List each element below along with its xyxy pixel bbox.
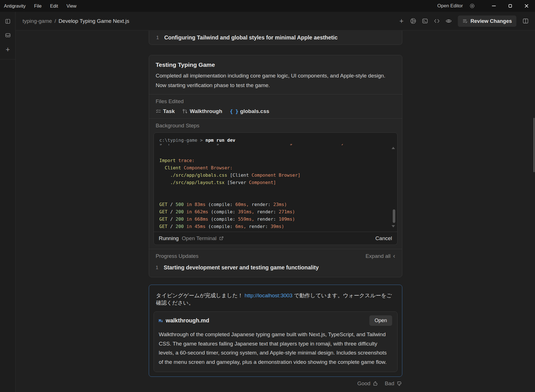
task-card-description: Completed all implementation including c… [156,71,395,90]
bad-feedback-button[interactable]: Bad [385,380,402,387]
file-chip-label: globals.css [240,108,269,114]
breadcrumb-task-title[interactable]: Develop Typing Game Next.js [59,18,129,24]
good-feedback-button[interactable]: Good [357,380,378,387]
titlebar: Antigravity File Edit View Open Editor [0,0,535,12]
markdown-icon: M↓ [159,318,163,323]
menu-view[interactable]: View [62,3,81,9]
code-icon[interactable] [432,16,442,26]
background-steps-label: Background Steps [156,123,395,129]
window-scrollbar-thumb[interactable] [533,118,535,172]
conversation-panel: 1 Configuring Tailwind and global styles… [16,31,535,392]
divider [149,94,402,94]
task-card: Testing Typing Game Completed all implem… [149,55,402,277]
file-chip-label: Task [163,108,175,114]
localhost-link[interactable]: http://localhost:3003 [245,293,292,298]
open-artifact-button[interactable]: Open [369,315,392,326]
files-edited-label: Files Edited [156,98,395,105]
scroll-down-arrow-icon[interactable] [392,225,395,227]
menu-file[interactable]: File [30,3,46,9]
split-editor-icon[interactable] [520,16,530,26]
task-card-title: Testing Typing Game [156,61,395,68]
terminal-scrollbar-thumb[interactable] [393,209,395,223]
add-tab-button[interactable]: + [396,16,407,26]
expand-all-button[interactable]: Expand all ‹ [365,253,395,259]
gear-icon[interactable] [469,3,475,9]
artifact-summary: Walkthrough of the completed Japanese ty… [159,330,392,367]
terminal-prompt [197,138,200,143]
maximize-button[interactable] [506,2,514,10]
file-chip-label: Walkthrough [190,108,222,114]
agent-message-card: タイピングゲームが完成しました！ http://localhost:3003 で… [149,285,402,377]
divider [149,118,402,119]
minimize-button[interactable] [490,2,498,10]
conversation-header: typing-game / Develop Typing Game Next.j… [16,12,535,30]
activity-rail: + [0,12,15,392]
terminal-command-line: c:\typing-game > npm run dev [159,136,392,144]
feedback-row: Good Bad [149,380,402,387]
terminal-output: Import trace: Client Component Browser: … [159,150,392,230]
step-number: 1 [156,265,158,271]
terminal-cwd: c:\typing-game [159,138,197,143]
step-title: Starting development server and testing … [164,264,319,271]
external-link-icon [219,236,224,241]
thumbs-up-icon [373,381,378,386]
close-button[interactable] [523,2,530,10]
terminal-status: Running [159,235,179,242]
review-changes-button[interactable]: Review Changes [458,15,516,27]
open-terminal-link[interactable]: Open Terminal [182,235,223,242]
plus-icon: + [6,46,10,53]
artifact-filename: walkthrough.md [166,317,209,324]
terminal-command [203,138,206,143]
window-controls [490,2,530,10]
breadcrumb-separator: / [55,18,56,24]
step-number: 1 [156,35,159,41]
progress-step-row[interactable]: 1 Starting development server and testin… [149,264,402,273]
inbox-icon[interactable] [0,29,15,42]
app-menu[interactable]: Antigravity [3,3,30,9]
new-conversation-button[interactable]: + [0,43,15,56]
open-editor-button[interactable]: Open Editor [437,3,463,9]
terminal-icon[interactable] [420,16,430,26]
review-changes-label: Review Changes [470,18,512,24]
breadcrumb: typing-game / Develop Typing Game Next.j… [23,18,129,24]
terminal-footer: Running Open Terminal Cancel [154,232,397,245]
plus-icon: + [399,17,404,25]
toggle-sidebar-button[interactable] [0,15,15,28]
file-chip-walkthrough[interactable]: Walkthrough [182,108,222,114]
browser-icon[interactable] [408,16,418,26]
terminal-card: c:\typing-game > npm run dev g | . g g y… [154,132,398,245]
scroll-up-arrow-icon[interactable] [392,147,395,149]
cancel-button[interactable]: Cancel [375,235,392,242]
task-checklist-icon [156,109,161,114]
walkthrough-artifact-card: M↓ walkthrough.md Open Walkthrough of th… [154,311,398,372]
files-edited-list: Task Walkthrough { } globals.css [156,108,395,114]
thumbs-down-icon [397,381,402,386]
chevron-left-icon: ‹ [393,253,395,259]
terminal-clipped-line: g | . g g y [159,144,392,147]
list-check-icon [462,18,468,24]
menu-edit[interactable]: Edit [46,3,62,9]
agent-message-text: タイピングゲームが完成しました！ http://localhost:3003 で… [156,292,395,307]
eye-icon[interactable] [444,16,454,26]
file-chip-globals-css[interactable]: { } globals.css [230,108,269,114]
file-chip-task[interactable]: Task [156,108,175,114]
divider [149,249,402,249]
progress-updates-label: Progress Updates [156,253,199,259]
braces-icon: { } [230,108,238,114]
previous-progress-card[interactable]: 1 Configuring Tailwind and global styles… [149,31,402,45]
step-title: Configuring Tailwind and global styles f… [164,34,338,41]
walkthrough-icon [182,109,188,114]
breadcrumb-project[interactable]: typing-game [23,18,52,24]
rail-divider [0,59,15,59]
